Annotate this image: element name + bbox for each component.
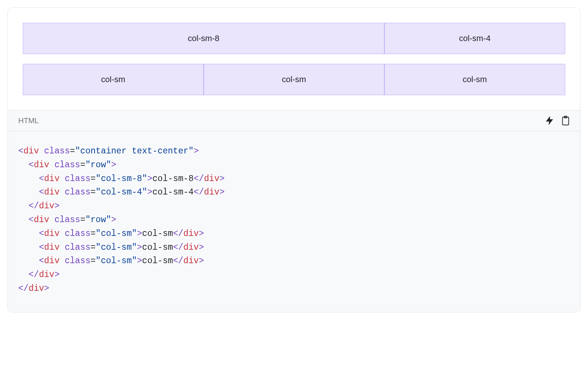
grid-column: col-sm <box>384 64 565 95</box>
code-language-label: HTML <box>18 116 38 125</box>
code-block: <div class="container text-center"> <div… <box>8 131 580 312</box>
grid-column: col-sm-4 <box>384 23 565 54</box>
code-header: HTML <box>8 110 580 131</box>
code-header-actions <box>546 116 570 125</box>
lightning-icon <box>546 116 553 125</box>
grid-column: col-sm <box>23 64 204 95</box>
grid-row: col-sm-8 col-sm-4 <box>23 23 565 54</box>
grid-row: col-sm col-sm col-sm <box>23 64 565 95</box>
grid-column: col-sm-8 <box>23 23 384 54</box>
grid-column: col-sm <box>204 64 384 95</box>
example-card: col-sm-8 col-sm-4 col-sm col-sm col-sm H… <box>7 7 581 312</box>
example-preview: col-sm-8 col-sm-4 col-sm col-sm col-sm <box>8 8 580 110</box>
copy-button[interactable] <box>561 116 570 125</box>
clipboard-icon <box>561 116 570 125</box>
code-content: <div class="container text-center"> <div… <box>18 144 570 296</box>
stackblitz-button[interactable] <box>546 116 553 125</box>
